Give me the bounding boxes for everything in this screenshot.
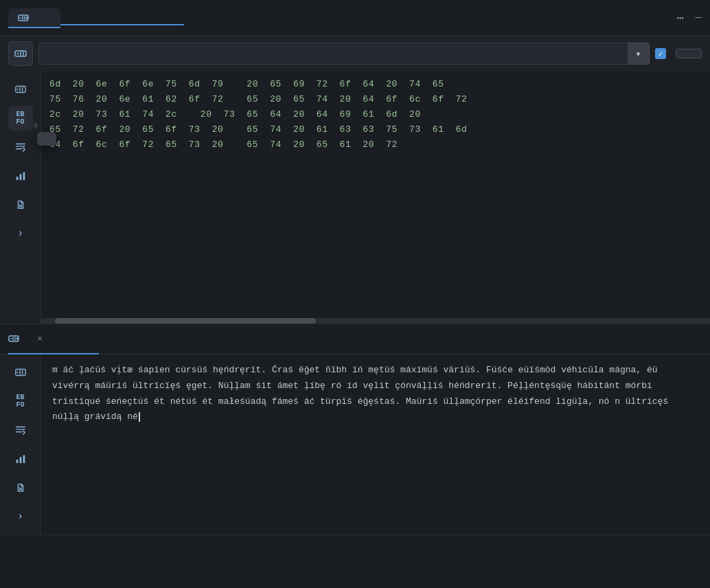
title-bar-controls: ⋯ — <box>677 10 702 25</box>
hex-display-com4: 6d 20 6e 6f 6e 75 6d 79 20 65 69 72 6f 6… <box>41 71 710 318</box>
side-toolbar-com4: EBFO <box>0 71 41 324</box>
hex-row-3: 2c 20 73 61 74 2c 20 73 65 64 20 64 69 6… <box>49 107 702 122</box>
hex-row-1: 6d 20 6e 6f 6e 75 6d 79 20 65 69 72 6f 6… <box>49 77 702 92</box>
dropdown-button-com4[interactable]: ▾ <box>628 43 650 65</box>
scroll-lock-button-com3[interactable] <box>8 418 33 442</box>
more-options-icon[interactable]: ⋯ <box>677 10 685 25</box>
expand-button-com3[interactable]: › <box>8 504 33 529</box>
connect-button-com4[interactable] <box>8 41 33 66</box>
connect-side-button-com3[interactable] <box>8 360 33 385</box>
text-display-com3: m áć ļaćüś vịtæ śapien cúrsüś hęńdręrit.… <box>41 354 710 534</box>
svg-rect-18 <box>23 172 25 181</box>
connect-side-button-com4[interactable] <box>8 77 33 102</box>
toolbar-com4: ▾ <box>0 36 710 71</box>
send-eol-checkbox[interactable] <box>655 48 666 59</box>
title-bar: ⋯ — <box>0 0 710 36</box>
side-toolbar-com3: EBFO <box>0 354 41 534</box>
serial-text-content-com3: m áć ļaćüś vịtæ śapien cúrsüś hęńdręrit.… <box>52 365 668 422</box>
send-eol-checkbox-container[interactable] <box>655 48 670 59</box>
hex-scrollbar-thumb-com4[interactable] <box>55 318 316 324</box>
svg-rect-37 <box>23 455 25 464</box>
panel-com4-body: EBFO <box>0 71 710 324</box>
tab-com4-close[interactable] <box>40 12 51 23</box>
hex-row-2: 75 76 20 6e 61 62 6f 72 65 20 65 74 20 6… <box>49 92 702 107</box>
hex-view-button-com3[interactable]: EBFO <box>8 389 33 414</box>
expand-button-com4[interactable]: › <box>8 221 33 246</box>
send-input-com4[interactable] <box>38 43 628 65</box>
panel-com3-body: EBFO <box>0 354 710 534</box>
text-cursor <box>139 412 140 422</box>
serial-tab-icon <box>18 12 29 23</box>
chevron-right-icon: › <box>17 227 24 240</box>
serial-tab2-icon <box>8 333 19 345</box>
chart-button-com3[interactable] <box>8 446 33 471</box>
tab-com4[interactable] <box>8 8 60 27</box>
tab-com3-close[interactable]: × <box>37 334 43 344</box>
panel-com3-titlebar: × <box>0 324 710 354</box>
hex-scrollbar-com4[interactable] <box>41 318 710 324</box>
svg-rect-17 <box>19 174 21 180</box>
minimize-icon[interactable]: — <box>695 12 702 24</box>
clear-button-com3[interactable] <box>8 475 33 500</box>
svg-rect-36 <box>19 457 21 463</box>
hex-view-button-com4[interactable]: EBFO <box>8 106 33 131</box>
chart-button-com4[interactable] <box>8 163 33 188</box>
hex-row-5: 64 6f 6c 6f 72 65 73 20 65 74 20 65 61 2… <box>49 137 702 152</box>
scroll-lock-button-com4[interactable] <box>8 135 33 159</box>
panel-com3: EBFO <box>0 354 710 535</box>
svg-rect-35 <box>16 460 18 463</box>
chevron-down-icon: ▾ <box>635 48 641 60</box>
chevron-right-icon-2: › <box>17 510 24 523</box>
hex-row-4: 65 72 6f 20 65 6f 73 20 65 74 20 61 63 6… <box>49 122 702 137</box>
svg-rect-16 <box>16 177 18 180</box>
send-button-com4[interactable] <box>676 49 702 58</box>
panel-com4: ▾ EBFO <box>0 36 710 324</box>
clear-button-com4[interactable] <box>8 192 33 217</box>
